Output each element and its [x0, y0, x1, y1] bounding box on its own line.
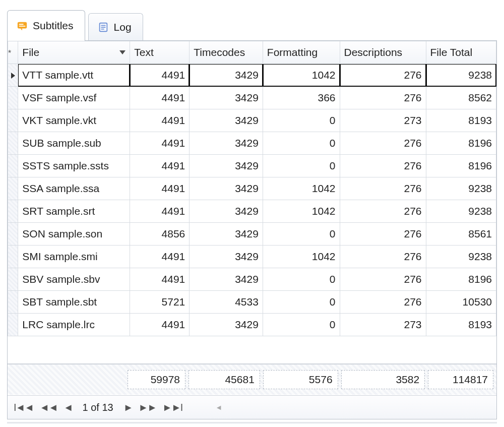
- cell-text[interactable]: 4491: [130, 177, 190, 200]
- cell-filetotal[interactable]: 9238: [426, 64, 496, 87]
- nav-next-page-button[interactable]: ►►: [136, 400, 160, 415]
- cell-file[interactable]: VTT sample.vtt: [18, 64, 130, 87]
- cell-filetotal[interactable]: 8562: [426, 87, 496, 109]
- cell-timecodes[interactable]: 3429: [190, 177, 263, 200]
- cell-timecodes[interactable]: 3429: [190, 87, 263, 109]
- cell-formatting[interactable]: 0: [263, 291, 340, 314]
- table-row[interactable]: SON sample.son4856342902768561: [8, 223, 496, 246]
- cell-formatting[interactable]: 0: [263, 132, 340, 155]
- cell-filetotal[interactable]: 9238: [426, 177, 496, 200]
- table-row[interactable]: VSF sample.vsf449134293662768562: [8, 87, 496, 109]
- table-row[interactable]: SUB sample.sub4491342902768196: [8, 132, 496, 155]
- nav-prev-button[interactable]: ◄: [60, 400, 76, 415]
- cell-timecodes[interactable]: 3429: [190, 200, 263, 223]
- row-indicator-header[interactable]: [8, 41, 18, 64]
- nav-last-button[interactable]: ►►I: [159, 400, 185, 415]
- cell-text[interactable]: 4491: [130, 246, 190, 268]
- row-indicator[interactable]: [8, 268, 18, 291]
- cell-text[interactable]: 4491: [130, 109, 190, 132]
- cell-timecodes[interactable]: 3429: [190, 155, 263, 177]
- row-indicator[interactable]: [8, 200, 18, 223]
- cell-formatting[interactable]: 0: [263, 268, 340, 291]
- cell-file[interactable]: VKT sample.vkt: [18, 109, 130, 132]
- row-indicator[interactable]: [8, 223, 18, 246]
- cell-filetotal[interactable]: 9238: [426, 200, 496, 223]
- cell-formatting[interactable]: 0: [263, 223, 340, 246]
- cell-text[interactable]: 4491: [130, 87, 190, 109]
- row-indicator[interactable]: [8, 291, 18, 314]
- cell-descriptions[interactable]: 276: [340, 64, 426, 87]
- cell-descriptions[interactable]: 276: [340, 155, 426, 177]
- row-indicator[interactable]: [8, 155, 18, 177]
- cell-file[interactable]: SSTS sample.ssts: [18, 155, 130, 177]
- cell-text[interactable]: 4491: [130, 268, 190, 291]
- row-indicator[interactable]: [8, 246, 18, 268]
- cell-file[interactable]: VSF sample.vsf: [18, 87, 130, 109]
- nav-next-button[interactable]: ►: [120, 400, 136, 415]
- cell-formatting[interactable]: 1042: [263, 200, 340, 223]
- tab-log[interactable]: Log: [88, 13, 143, 41]
- col-descriptions[interactable]: Descriptions: [340, 41, 426, 64]
- cell-descriptions[interactable]: 273: [340, 314, 426, 336]
- row-indicator[interactable]: [8, 109, 18, 132]
- cell-text[interactable]: 4491: [130, 64, 190, 87]
- col-filetotal[interactable]: File Total: [426, 41, 496, 64]
- nav-first-button[interactable]: I◄◄: [11, 400, 36, 415]
- table-row[interactable]: SMI sample.smi4491342910422769238: [8, 246, 496, 268]
- cell-formatting[interactable]: 0: [263, 314, 340, 336]
- cell-descriptions[interactable]: 276: [340, 268, 426, 291]
- cell-filetotal[interactable]: 10530: [426, 291, 496, 314]
- row-indicator[interactable]: [8, 314, 18, 336]
- cell-file[interactable]: SBV sample.sbv: [18, 268, 130, 291]
- cell-descriptions[interactable]: 276: [340, 87, 426, 109]
- cell-text[interactable]: 4491: [130, 155, 190, 177]
- cell-descriptions[interactable]: 276: [340, 200, 426, 223]
- nav-prev-page-button[interactable]: ◄◄: [36, 400, 60, 415]
- table-row[interactable]: LRC sample.lrc4491342902738193: [8, 314, 496, 336]
- table-row[interactable]: VKT sample.vkt4491342902738193: [8, 109, 496, 132]
- cell-filetotal[interactable]: 8193: [426, 109, 496, 132]
- cell-text[interactable]: 4856: [130, 223, 190, 246]
- cell-formatting[interactable]: 0: [263, 155, 340, 177]
- cell-formatting[interactable]: 1042: [263, 246, 340, 268]
- cell-file[interactable]: SUB sample.sub: [18, 132, 130, 155]
- row-indicator[interactable]: [8, 177, 18, 200]
- cell-timecodes[interactable]: 3429: [190, 132, 263, 155]
- cell-timecodes[interactable]: 3429: [190, 268, 263, 291]
- cell-filetotal[interactable]: 8196: [426, 132, 496, 155]
- cell-file[interactable]: SON sample.son: [18, 223, 130, 246]
- table-row[interactable]: SBV sample.sbv4491342902768196: [8, 268, 496, 291]
- cell-timecodes[interactable]: 3429: [190, 109, 263, 132]
- cell-file[interactable]: LRC sample.lrc: [18, 314, 130, 336]
- cell-formatting[interactable]: 1042: [263, 64, 340, 87]
- cell-descriptions[interactable]: 276: [340, 223, 426, 246]
- cell-text[interactable]: 5721: [130, 291, 190, 314]
- cell-descriptions[interactable]: 273: [340, 109, 426, 132]
- cell-filetotal[interactable]: 8561: [426, 223, 496, 246]
- row-indicator[interactable]: [8, 132, 18, 155]
- cell-formatting[interactable]: 366: [263, 87, 340, 109]
- table-row[interactable]: SSA sample.ssa4491342910422769238: [8, 177, 496, 200]
- cell-text[interactable]: 4491: [130, 132, 190, 155]
- table-row[interactable]: VTT sample.vtt4491342910422769238: [8, 64, 496, 87]
- cell-text[interactable]: 4491: [130, 200, 190, 223]
- cell-file[interactable]: SBT sample.sbt: [18, 291, 130, 314]
- cell-formatting[interactable]: 0: [263, 109, 340, 132]
- cell-file[interactable]: SSA sample.ssa: [18, 177, 130, 200]
- horizontal-scroll-track[interactable]: ◄: [215, 403, 496, 411]
- cell-timecodes[interactable]: 3429: [190, 223, 263, 246]
- col-text[interactable]: Text: [130, 41, 190, 64]
- table-row[interactable]: SSTS sample.ssts4491342902768196: [8, 155, 496, 177]
- cell-descriptions[interactable]: 276: [340, 177, 426, 200]
- col-formatting[interactable]: Formatting: [263, 41, 340, 64]
- table-row[interactable]: SRT sample.srt4491342910422769238: [8, 200, 496, 223]
- cell-filetotal[interactable]: 9238: [426, 246, 496, 268]
- cell-formatting[interactable]: 1042: [263, 177, 340, 200]
- cell-filetotal[interactable]: 8193: [426, 314, 496, 336]
- cell-filetotal[interactable]: 8196: [426, 155, 496, 177]
- tab-subtitles[interactable]: Subtitles: [7, 10, 85, 41]
- table-row[interactable]: SBT sample.sbt57214533027610530: [8, 291, 496, 314]
- cell-descriptions[interactable]: 276: [340, 291, 426, 314]
- cell-descriptions[interactable]: 276: [340, 246, 426, 268]
- cell-descriptions[interactable]: 276: [340, 132, 426, 155]
